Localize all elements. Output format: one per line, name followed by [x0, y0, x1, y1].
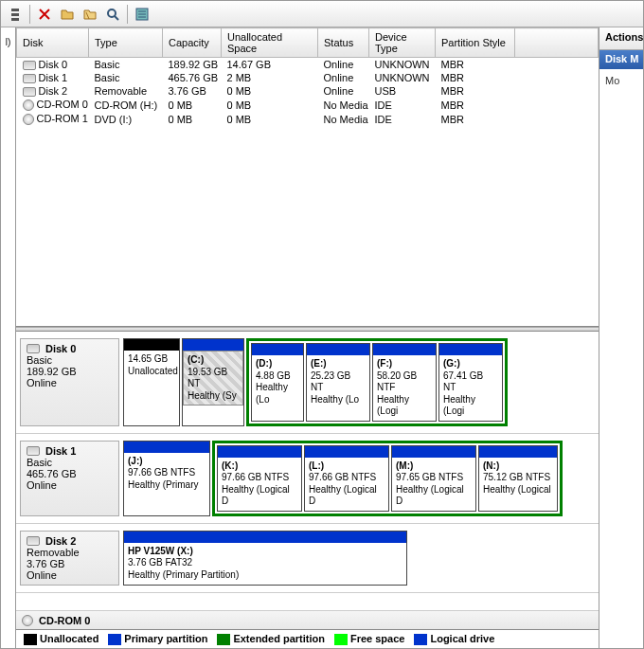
partition-strip — [439, 344, 502, 355]
disk-icon — [27, 446, 40, 456]
legend-label: Primary partition — [124, 633, 207, 644]
partition[interactable]: (N:)75.12 GB NTFSHealthy (Logical — [478, 445, 558, 512]
col-header[interactable]: Capacity — [163, 28, 222, 58]
partition[interactable]: HP V125W (X:)3.76 GB FAT32Healthy (Prima… — [123, 531, 407, 586]
disk-info[interactable]: Disk 2Removable3.76 GBOnline — [20, 531, 119, 586]
partition-strip — [124, 532, 406, 543]
legend: UnallocatedPrimary partitionExtended par… — [16, 629, 599, 648]
disk-info[interactable]: Disk 1Basic465.76 GBOnline — [20, 441, 119, 516]
partition-strip — [124, 442, 209, 453]
disk-icon — [23, 87, 36, 97]
legend-swatch — [24, 634, 37, 645]
svg-point-0 — [108, 9, 116, 17]
nav-icon[interactable] — [5, 4, 26, 25]
disk-row: Disk 0Basic189.92 GBOnline14.65 GBUnallo… — [16, 332, 599, 434]
col-header[interactable]: Disk — [17, 28, 89, 58]
actions-panel: Actions Disk M Mo — [599, 27, 643, 648]
graphical-view: Disk 0Basic189.92 GBOnline14.65 GBUnallo… — [16, 332, 599, 610]
disk-row: Disk 2Removable3.76 GBOnlineHP V125W (X:… — [16, 524, 599, 593]
partition-strip — [124, 339, 179, 351]
table-row[interactable]: Disk 1Basic465.76 GB2 MBOnlineUNKNOWNMBR — [17, 71, 599, 84]
cd-row[interactable]: CD-ROM 0 — [16, 610, 599, 629]
table-row[interactable]: Disk 2Removable3.76 GB0 MBOnlineUSBMBR — [17, 84, 599, 98]
legend-label: Free space — [350, 633, 404, 644]
partition-strip — [392, 446, 475, 458]
cd-icon — [22, 615, 33, 626]
disk-icon — [27, 536, 40, 546]
partition[interactable]: 14.65 GBUnallocated — [123, 338, 180, 426]
partition-strip — [373, 344, 436, 355]
cd-row-label: CD-ROM 0 — [39, 615, 90, 626]
actions-more[interactable]: Mo — [599, 69, 643, 92]
partition[interactable]: (C:)19.53 GB NTHealthy (Sy — [182, 338, 244, 426]
partition[interactable]: (D:)4.88 GBHealthy (Lo — [251, 343, 304, 422]
partition-strip — [479, 446, 557, 458]
partition-strip — [183, 339, 243, 351]
partition[interactable]: (G:)67.41 GB NTHealthy (Logi — [438, 343, 503, 422]
col-header[interactable]: Unallocated Space — [222, 28, 318, 58]
partition-strip — [218, 446, 301, 458]
disk-icon — [23, 61, 36, 70]
partition-strip — [307, 344, 369, 355]
extended-partition: (D:)4.88 GBHealthy (Lo(E:)25.23 GB NTHea… — [246, 338, 508, 426]
partition[interactable]: (M:)97.65 GB NTFSHealthy (Logical D — [391, 445, 476, 512]
partition-strip — [252, 344, 303, 355]
legend-swatch — [334, 634, 348, 645]
partition-strip — [305, 446, 388, 458]
disk-row: Disk 1Basic465.76 GBOnline(J:)97.66 GB N… — [16, 434, 599, 524]
legend-label: Logical drive — [430, 633, 494, 644]
legend-label: Extended partition — [233, 633, 325, 644]
col-header[interactable]: Status — [318, 28, 369, 58]
disk-icon — [27, 344, 40, 353]
table-row[interactable]: CD-ROM 0CD-ROM (H:)0 MB0 MBNo MediaIDEMB… — [17, 98, 599, 112]
disk-table-panel: DiskTypeCapacityUnallocated SpaceStatusD… — [16, 27, 599, 327]
legend-swatch — [108, 634, 121, 645]
partition[interactable]: (L:)97.66 GB NTFSHealthy (Logical D — [304, 445, 389, 512]
legend-swatch — [217, 634, 230, 645]
search-icon[interactable] — [102, 4, 123, 25]
disk-icon — [23, 74, 36, 83]
col-header[interactable]: Partition Style — [436, 28, 515, 58]
table-row[interactable]: CD-ROM 1DVD (I:)0 MB0 MBNo MediaIDEMBR — [17, 112, 599, 126]
left-sliver: l) — [1, 27, 16, 648]
actions-header: Actions — [599, 27, 643, 50]
col-header[interactable]: Device Type — [369, 28, 436, 58]
extended-partition: (K:)97.66 GB NTFSHealthy (Logical D(L:)9… — [212, 441, 563, 516]
cd-icon — [23, 114, 34, 125]
partition[interactable]: (E:)25.23 GB NTHealthy (Lo — [306, 343, 370, 422]
legend-swatch — [414, 634, 427, 645]
toolbar — [1, 1, 643, 27]
col-header[interactable]: Type — [89, 28, 163, 58]
folder-icon[interactable] — [80, 4, 100, 25]
partition[interactable]: (F:)58.20 GB NTFHealthy (Logi — [372, 343, 437, 422]
disk-info[interactable]: Disk 0Basic189.92 GBOnline — [20, 338, 119, 426]
legend-label: Unallocated — [40, 633, 98, 644]
actions-title[interactable]: Disk M — [599, 50, 643, 69]
partition[interactable]: (J:)97.66 GB NTFSHealthy (Primary — [123, 441, 210, 516]
open-icon[interactable] — [57, 4, 78, 25]
del-icon[interactable] — [34, 4, 55, 25]
cd-icon — [23, 99, 34, 111]
partition[interactable]: (K:)97.66 GB NTFSHealthy (Logical D — [217, 445, 302, 512]
table-row[interactable]: Disk 0Basic189.92 GB14.67 GBOnlineUNKNOW… — [17, 58, 599, 72]
list-icon[interactable] — [132, 4, 152, 25]
